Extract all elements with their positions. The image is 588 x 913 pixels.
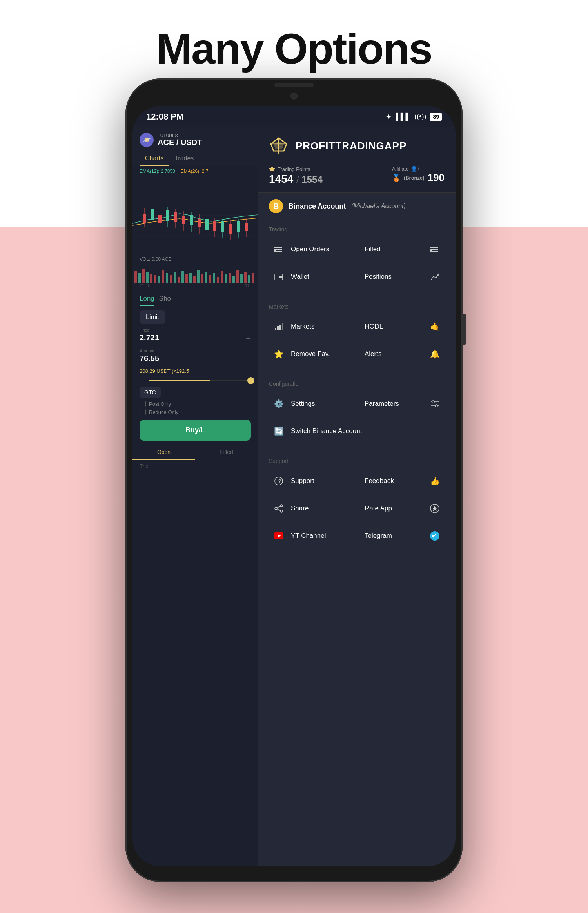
rate-app-item[interactable]: Rate App (358, 496, 448, 521)
svg-text:?: ? (278, 478, 281, 484)
binance-account-name: (Michael's Account) (351, 203, 406, 210)
reduce-only-checkbox[interactable] (140, 409, 146, 415)
svg-rect-31 (134, 271, 137, 283)
reduce-only-label: Reduce Only (149, 409, 178, 415)
telegram-item[interactable]: Telegram (358, 524, 448, 548)
tab-charts[interactable]: Charts (140, 151, 169, 166)
order-type[interactable]: Limit (140, 310, 165, 324)
alerts-label: Alerts (365, 350, 381, 358)
svg-rect-55 (229, 273, 231, 283)
screen-content: 🪐 FUTURES ACE / USDT Charts Trades (132, 127, 456, 866)
trading-points-label: Trading Points (269, 166, 323, 172)
settings-item[interactable]: ⚙️ Settings (266, 392, 355, 416)
svg-rect-69 (275, 251, 282, 252)
post-only-checkbox[interactable] (140, 401, 146, 407)
usdt-info: 208.29 USDT (≈192.5 (140, 368, 251, 374)
side-button-right (461, 314, 466, 345)
svg-rect-14 (182, 216, 185, 224)
svg-line-101 (277, 509, 280, 511)
phone-top (125, 78, 463, 114)
parameters-item[interactable]: Parameters (358, 392, 448, 416)
alerts-item[interactable]: Alerts 🔔 (358, 342, 448, 366)
slider-track[interactable] (149, 380, 251, 381)
buy-button[interactable]: Buy/L (140, 420, 251, 441)
hodl-item[interactable]: HODL 🤙 (358, 314, 448, 339)
wallet-item[interactable]: Wallet (266, 265, 355, 289)
svg-rect-47 (197, 270, 200, 283)
support-item[interactable]: ? Support (266, 469, 355, 493)
svg-rect-73 (431, 247, 438, 248)
svg-rect-30 (245, 223, 248, 231)
positions-item[interactable]: Positions (358, 265, 448, 289)
long-tab[interactable]: Long (140, 292, 154, 306)
share-item[interactable]: Share (266, 496, 355, 521)
slider-min-icon: — (140, 377, 146, 384)
svg-point-97 (280, 505, 283, 507)
sliders-icon (428, 397, 441, 410)
app-logo (269, 136, 289, 156)
binance-account-row[interactable]: B Binance Account (Michael's Account) (258, 193, 456, 220)
open-orders-label: Open Orders (291, 245, 329, 253)
futures-label: FUTURES (158, 133, 202, 138)
there-text: Ther (132, 460, 258, 472)
trading-points-section: Trading Points 1454 / 1554 (269, 166, 323, 185)
svg-rect-10 (166, 210, 169, 221)
star-rate-icon (428, 502, 441, 515)
svg-rect-68 (275, 249, 282, 250)
svg-rect-18 (198, 219, 201, 227)
filled-tab[interactable]: Filled (195, 445, 258, 460)
affiliate-section: Affiliate 👤+ 🥉 (Bronze) 190 (392, 166, 445, 184)
short-tab[interactable]: Sho (159, 292, 171, 306)
svg-rect-37 (158, 276, 160, 283)
minus-icon[interactable]: − (246, 333, 251, 343)
long-short-tabs: Long Sho (132, 288, 258, 310)
svg-rect-33 (142, 269, 145, 283)
svg-rect-54 (225, 274, 227, 283)
tab-trades[interactable]: Trades (169, 151, 199, 166)
share-rateapp-row: Share Rate App (266, 495, 448, 522)
gtc-button[interactable]: GTC (140, 387, 161, 398)
pair-info: 🪐 FUTURES ACE / USDT (140, 133, 251, 147)
svg-rect-35 (150, 274, 152, 283)
markets-items: Markets HODL 🤙 ⭐ Remove Fav. (258, 313, 456, 368)
pair-icon: 🪐 (140, 133, 154, 147)
wallet-icon (272, 270, 285, 283)
time-label-2: 11: (245, 283, 251, 288)
share-icon (272, 502, 285, 515)
svg-rect-78 (430, 250, 432, 252)
svg-rect-20 (205, 219, 209, 230)
open-tab[interactable]: Open (132, 445, 195, 460)
bronze-emoji: 🥉 (392, 174, 401, 182)
pair-name: ACE / USDT (158, 138, 202, 147)
hodl-label: HODL (365, 323, 383, 330)
svg-rect-74 (431, 249, 438, 250)
svg-rect-28 (237, 221, 240, 232)
amount-label: Amount (140, 349, 251, 353)
svg-rect-70 (274, 247, 276, 248)
open-orders-item[interactable]: Open Orders (266, 237, 355, 261)
svg-point-92 (432, 401, 434, 403)
svg-rect-24 (221, 221, 224, 232)
svg-rect-60 (248, 275, 250, 283)
yt-channel-item[interactable]: YT Channel (266, 524, 355, 548)
remove-fav-item[interactable]: ⭐ Remove Fav. (266, 342, 355, 366)
wallet-positions-row: Wallet Positions (266, 263, 448, 290)
filled-item[interactable]: Filled (358, 237, 448, 261)
slider-thumb (247, 377, 254, 384)
svg-line-85 (437, 274, 439, 274)
svg-rect-72 (274, 250, 276, 252)
chart-area (132, 176, 258, 255)
markets-item[interactable]: Markets (266, 314, 355, 339)
support-icon: ? (272, 474, 285, 488)
svg-rect-12 (174, 212, 177, 222)
time-label-1: 11:15 (140, 283, 151, 288)
svg-rect-34 (146, 272, 149, 283)
switch-binance-label: Switch Binance Account (291, 427, 362, 435)
ema-bar: EMA(12): 2.7853 EMA(26): 2.7 (132, 166, 258, 176)
left-app-bar: 🪐 FUTURES ACE / USDT (132, 127, 258, 151)
svg-rect-76 (430, 247, 432, 248)
wifi-icon: ((•)) (414, 113, 426, 121)
switch-binance-item[interactable]: 🔄 Switch Binance Account (266, 419, 448, 443)
phone-camera (290, 93, 298, 100)
feedback-item[interactable]: Feedback 👍 (358, 469, 448, 493)
